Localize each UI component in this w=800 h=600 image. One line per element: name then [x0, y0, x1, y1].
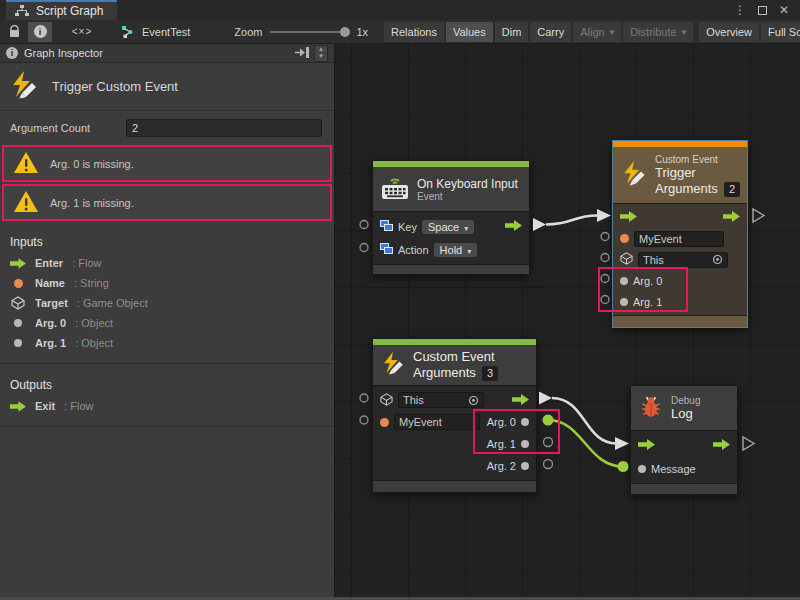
warning-arg0-missing: Arg. 0 is missing. — [2, 145, 332, 182]
arguments-line: Arguments2 — [655, 181, 740, 197]
zoom-slider-handle[interactable] — [340, 27, 350, 37]
flow-arrow-icon — [10, 258, 26, 269]
arguments-count-badge: 3 — [482, 366, 498, 381]
close-icon[interactable]: ✕ — [776, 2, 792, 18]
inspector-info-icon: i — [6, 47, 18, 59]
node-header: Debug Log — [631, 386, 737, 430]
tab-script-graph[interactable]: Script Graph — [6, 0, 117, 20]
node-footer — [631, 483, 737, 494]
wire-end-dot[interactable] — [618, 461, 629, 472]
string-port-icon[interactable] — [380, 418, 389, 427]
graph-canvas[interactable]: On Keyboard Input Event Key Space — [335, 44, 800, 597]
key-row: Key Space — [373, 215, 529, 238]
warning-text: Arg. 0 is missing. — [50, 158, 134, 170]
input-arg0: Arg. 0Object — [0, 313, 334, 333]
enter-input-port[interactable] — [620, 211, 637, 224]
event-name-row: MyEvent — [613, 228, 747, 249]
tab-label: Script Graph — [36, 4, 103, 18]
inspector-spinner[interactable]: ▲▼ — [314, 45, 328, 62]
overview-button[interactable]: Overview — [699, 22, 759, 42]
dim-button[interactable]: Dim — [495, 22, 529, 42]
wire-start-arrow — [533, 218, 546, 231]
align-dropdown[interactable]: Align — [573, 22, 621, 42]
node-header: On Keyboard Input Event — [373, 167, 529, 211]
trigger-output-port[interactable] — [505, 220, 522, 233]
flow-row — [613, 207, 747, 228]
node-on-keyboard-input[interactable]: On Keyboard Input Event Key Space — [372, 160, 530, 275]
unit-header: Trigger Custom Event — [0, 63, 334, 111]
graph-hierarchy-icon — [14, 5, 30, 17]
enter-input-port[interactable] — [638, 439, 655, 452]
gameobject-cube-icon[interactable] — [620, 252, 633, 267]
event-name-field[interactable]: MyEvent — [394, 414, 480, 430]
target-field[interactable]: This — [398, 392, 484, 408]
exit-output-port[interactable] — [723, 211, 740, 224]
custom-event-bolt-pencil-icon — [380, 351, 406, 379]
node-debug-log[interactable]: Debug Log Message — [630, 385, 738, 495]
warning-arg1-missing: Arg. 1 is missing. — [2, 184, 332, 221]
keyboard-icon — [380, 175, 410, 203]
key-dropdown[interactable]: Space — [422, 220, 474, 234]
custom-event-bolt-pencil-icon — [8, 70, 40, 104]
lis-target-port[interactable] — [360, 394, 368, 402]
target-picker-icon[interactable] — [468, 395, 479, 406]
inspector-title: Graph Inspector — [24, 47, 103, 59]
graph-name-label: EventTest — [142, 26, 190, 38]
node-footer — [613, 315, 747, 327]
kb-action-port[interactable] — [360, 244, 368, 252]
flow-arrow-icon — [10, 401, 26, 412]
lis-arg2-outer-port[interactable] — [544, 460, 553, 469]
values-button[interactable]: Values — [446, 22, 493, 42]
trig-target-port[interactable] — [601, 254, 609, 262]
message-input-port[interactable] — [638, 465, 646, 473]
arg2-output-port[interactable] — [521, 462, 529, 470]
node-title: Custom Event — [413, 349, 498, 365]
kb-key-port[interactable] — [360, 221, 368, 229]
action-row: Action Hold — [373, 238, 529, 261]
dock-icon[interactable] — [295, 47, 310, 60]
argument-count-input[interactable] — [126, 119, 322, 137]
annotation-box-listener-args — [473, 409, 560, 454]
warning-text: Arg. 1 is missing. — [50, 197, 134, 209]
toolbar-left-group: i <×> — [0, 22, 94, 42]
argument-count-label: Argument Count — [10, 122, 126, 134]
trig-name-port[interactable] — [601, 233, 609, 241]
flow-wire-keyboard-to-trigger[interactable] — [546, 216, 597, 225]
distribute-dropdown[interactable]: Distribute — [623, 22, 693, 42]
gameobject-cube-icon[interactable] — [380, 393, 393, 408]
target-picker-icon[interactable] — [712, 254, 723, 265]
flow-wire-listener-to-debug[interactable] — [552, 398, 616, 444]
node-footer — [373, 480, 536, 492]
exit-output-port[interactable] — [713, 439, 730, 452]
arg2-row: Arg. 2 — [373, 455, 536, 477]
maximize-icon[interactable] — [754, 2, 770, 18]
wire-start-arrow — [539, 392, 552, 405]
carry-button[interactable]: Carry — [530, 22, 571, 42]
code-preview-button[interactable]: <×> — [70, 22, 94, 42]
target-field[interactable]: This — [638, 252, 728, 268]
arguments-line: Arguments3 — [413, 365, 498, 381]
lis-name-port[interactable] — [360, 416, 368, 424]
titlebar: Script Graph ⋮ ✕ — [0, 0, 800, 20]
string-port-icon — [10, 279, 26, 288]
lock-icon[interactable] — [2, 22, 26, 42]
graph-inspector-panel: i Graph Inspector ▲▼ Trigger Custom Even… — [0, 44, 335, 597]
graph-breadcrumb[interactable]: EventTest — [120, 25, 190, 38]
flow-hint-triangle — [743, 437, 754, 450]
zoom-slider[interactable] — [270, 31, 348, 33]
full-screen-button[interactable]: Full Screen — [761, 22, 800, 42]
node-footer — [373, 264, 529, 274]
node-header: Custom Event Trigger Arguments2 — [613, 147, 747, 203]
action-dropdown[interactable]: Hold — [434, 243, 478, 257]
input-field-icon — [380, 243, 393, 256]
string-port-icon[interactable] — [620, 234, 629, 243]
window-menu-icon[interactable]: ⋮ — [732, 2, 748, 18]
inspector-toggle-button[interactable]: i — [28, 22, 52, 42]
node-category: Debug — [671, 395, 700, 406]
node-category: Custom Event — [655, 154, 740, 165]
code-icon: <×> — [72, 26, 93, 37]
event-name-field[interactable]: MyEvent — [634, 231, 724, 247]
object-port-icon — [10, 319, 26, 327]
trigger-output-port[interactable] — [512, 394, 529, 407]
relations-button[interactable]: Relations — [384, 22, 444, 42]
